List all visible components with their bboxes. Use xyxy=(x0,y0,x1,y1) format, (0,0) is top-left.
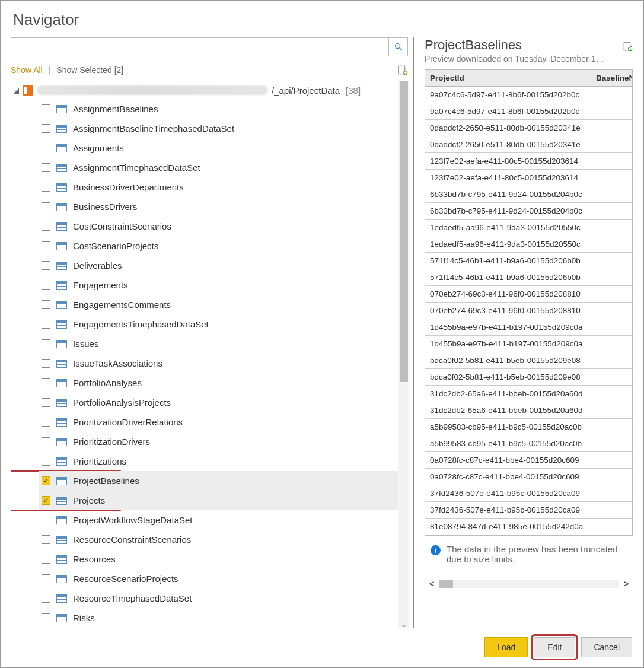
table-row[interactable]: 0daddcf2-2650-e511-80db-00155d20341e xyxy=(425,136,633,153)
table-row[interactable]: 31dc2db2-65a6-e411-bbeb-00155d20a60d xyxy=(425,386,633,402)
table-item[interactable]: PrioritizationDriverRelations xyxy=(39,412,398,432)
table-item[interactable]: Projects xyxy=(39,491,398,510)
tree-scrollbar[interactable]: ⌃ ⌄ xyxy=(398,81,409,628)
table-item[interactable]: ProjectWorkflowStageDataSet xyxy=(39,510,398,530)
scroll-down-icon[interactable]: ⌄ xyxy=(398,621,409,628)
checkbox[interactable] xyxy=(42,457,50,466)
checkbox[interactable] xyxy=(42,516,50,524)
table-row[interactable]: 6b33bd7b-c795-e411-9d24-00155d204b0c xyxy=(425,186,633,203)
checkbox[interactable] xyxy=(42,496,50,505)
search-input[interactable] xyxy=(11,37,389,56)
table-item[interactable]: AssignmentTimephasedDataSet xyxy=(39,158,398,177)
refresh-icon[interactable] xyxy=(623,41,633,52)
table-row[interactable]: 37fd2436-507e-e411-b95c-00155d20ca09 xyxy=(425,502,633,519)
checkbox[interactable] xyxy=(42,222,50,231)
table-item[interactable]: ProjectBaselines xyxy=(39,471,398,491)
search-button[interactable] xyxy=(389,37,408,56)
checkbox[interactable] xyxy=(42,183,50,192)
table-row[interactable]: 1d455b9a-e97b-e411-b197-00155d209c0a xyxy=(425,319,633,336)
table-row[interactable]: 1d455b9a-e97b-e411-b197-00155d209c0a xyxy=(425,336,633,352)
show-selected-link[interactable]: Show Selected [2] xyxy=(56,65,123,75)
table-row[interactable]: 9a07c4c6-5d97-e411-8b6f-00155d202b0c xyxy=(425,87,633,103)
show-all-link[interactable]: Show All xyxy=(11,65,43,75)
table-row[interactable]: 81e08794-847d-e411-985e-00155d242d0a xyxy=(425,519,633,535)
tree-root[interactable]: ◢ /_api/ProjectData [38] xyxy=(11,81,398,99)
checkbox[interactable] xyxy=(42,535,50,544)
table-row[interactable]: 1edaedf5-aa96-e411-9da3-00155d20550c xyxy=(425,236,633,253)
table-row[interactable]: 31dc2db2-65a6-e411-bbeb-00155d20a60d xyxy=(425,402,633,419)
table-item[interactable]: PrioritizationDrivers xyxy=(39,432,398,451)
checkbox[interactable] xyxy=(42,339,50,348)
table-item[interactable]: CostConstraintScenarios xyxy=(39,217,398,236)
table-row[interactable]: 6b33bd7b-c795-e411-9d24-00155d204b0c xyxy=(425,203,633,220)
checkbox[interactable] xyxy=(42,320,50,329)
checkbox[interactable] xyxy=(42,144,50,152)
table-row[interactable]: 1edaedf5-aa96-e411-9da3-00155d20550c xyxy=(425,220,633,236)
table-item[interactable]: ResourceScenarioProjects xyxy=(39,569,398,589)
caret-icon[interactable]: ◢ xyxy=(13,86,19,95)
table-row[interactable]: 123f7e02-aefa-e411-80c5-00155d203614 xyxy=(425,153,633,170)
checkbox[interactable] xyxy=(42,594,50,603)
table-row[interactable]: a5b99583-cb95-e411-b9c5-00155d20ac0b xyxy=(425,435,633,452)
column-header[interactable]: BaselineN xyxy=(591,70,633,87)
table-item[interactable]: Issues xyxy=(39,334,398,354)
table-row[interactable]: 571f14c5-46b1-e411-b9a6-00155d206b0b xyxy=(425,269,633,286)
table-row[interactable]: 9a07c4c6-5d97-e411-8b6f-00155d202b0c xyxy=(425,103,633,120)
table-item[interactable]: ResourceTimephasedDataSet xyxy=(39,589,398,608)
table-item[interactable]: EngagementsTimephasedDataSet xyxy=(39,314,398,334)
load-button[interactable]: Load xyxy=(484,637,528,657)
scroll-right-icon[interactable]: > xyxy=(619,579,633,589)
tables-tree[interactable]: ◢ /_api/ProjectData [38] AssignmentBasel… xyxy=(11,81,398,628)
column-header[interactable]: ProjectId xyxy=(425,70,591,87)
table-row[interactable]: 0a0728fc-c87c-e411-bbe4-00155d20c609 xyxy=(425,452,633,469)
table-item[interactable]: Resources xyxy=(39,549,398,569)
table-item[interactable]: AssignmentBaselines xyxy=(39,99,398,119)
table-row[interactable]: 37fd2436-507e-e411-b95c-00155d20ca09 xyxy=(425,485,633,502)
table-row[interactable]: 070eb274-69c3-e411-96f0-00155d208810 xyxy=(425,286,633,303)
table-item[interactable]: Risks xyxy=(39,608,398,628)
checkbox[interactable] xyxy=(42,476,50,485)
table-item[interactable]: PortfolioAnalysisProjects xyxy=(39,393,398,412)
table-row[interactable]: bdca0f02-5b81-e411-b5eb-00155d209e08 xyxy=(425,352,633,369)
checkbox[interactable] xyxy=(42,261,50,270)
checkbox[interactable] xyxy=(42,437,50,446)
table-item[interactable]: Deliverables xyxy=(39,256,398,275)
table-row[interactable]: 571f14c5-46b1-e411-b9a6-00155d206b0b xyxy=(425,253,633,269)
table-row[interactable]: 0a0728fc-c87c-e411-bbe4-00155d20c609 xyxy=(425,469,633,485)
checkbox[interactable] xyxy=(42,359,50,368)
checkbox[interactable] xyxy=(42,398,50,407)
checkbox[interactable] xyxy=(42,300,50,309)
table-item[interactable]: Prioritizations xyxy=(39,451,398,471)
checkbox[interactable] xyxy=(42,574,50,583)
checkbox[interactable] xyxy=(42,613,50,622)
checkbox[interactable] xyxy=(42,163,50,172)
checkbox[interactable] xyxy=(42,124,50,133)
table-item[interactable]: EngagementsComments xyxy=(39,295,398,314)
cancel-button[interactable]: Cancel xyxy=(581,637,632,657)
edit-button[interactable]: Edit xyxy=(534,637,575,657)
table-row[interactable]: 123f7e02-aefa-e411-80c5-00155d203614 xyxy=(425,170,633,186)
checkbox[interactable] xyxy=(42,378,50,387)
table-item[interactable]: BusinessDriverDepartments xyxy=(39,177,398,197)
table-item[interactable]: ResourceConstraintScenarios xyxy=(39,530,398,549)
table-row[interactable]: 0daddcf2-2650-e511-80db-00155d20341e xyxy=(425,120,633,136)
table-row[interactable]: 070eb274-69c3-e411-96f0-00155d208810 xyxy=(425,303,633,319)
preview-hscrollbar[interactable]: < > xyxy=(425,578,633,589)
table-item[interactable]: CostScenarioProjects xyxy=(39,236,398,256)
checkbox[interactable] xyxy=(42,241,50,250)
hscroll-thumb[interactable] xyxy=(439,580,453,588)
add-table-icon[interactable] xyxy=(397,65,408,75)
checkbox[interactable] xyxy=(42,555,50,564)
scroll-left-icon[interactable]: < xyxy=(425,579,439,589)
table-item[interactable]: Engagements xyxy=(39,275,398,295)
table-row[interactable]: bdca0f02-5b81-e411-b5eb-00155d209e08 xyxy=(425,369,633,386)
checkbox[interactable] xyxy=(42,202,50,211)
checkbox[interactable] xyxy=(42,104,50,113)
table-item[interactable]: BusinessDrivers xyxy=(39,197,398,217)
scroll-thumb[interactable] xyxy=(400,81,408,382)
checkbox[interactable] xyxy=(42,281,50,290)
table-row[interactable]: a5b99583-cb95-e411-b9c5-00155d20ac0b xyxy=(425,419,633,435)
table-item[interactable]: Assignments xyxy=(39,138,398,158)
checkbox[interactable] xyxy=(42,418,50,427)
table-item[interactable]: IssueTaskAssociations xyxy=(39,354,398,373)
